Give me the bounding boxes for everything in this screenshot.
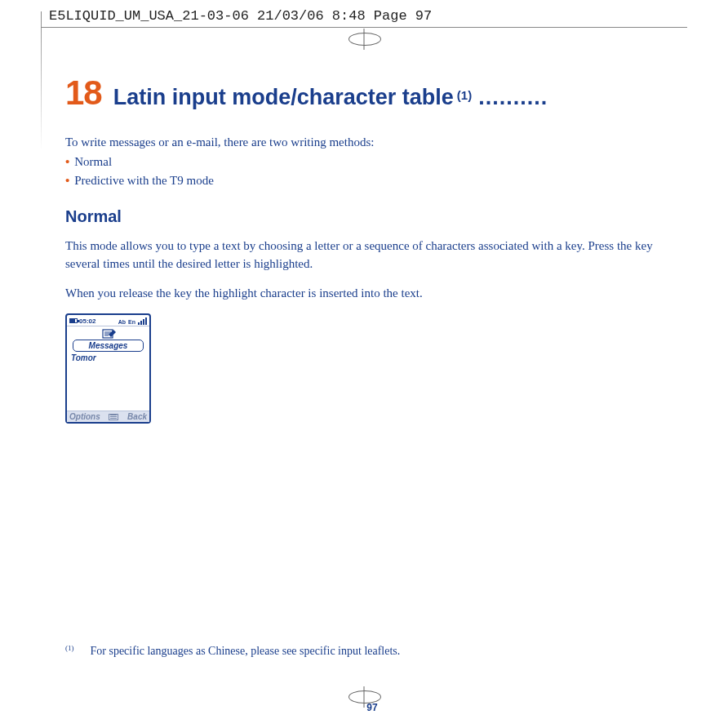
- intro-text: To write messages or an e-mail, there ar…: [65, 134, 679, 151]
- chapter-dots: ..........: [478, 85, 548, 109]
- paragraph: When you release the key the highlight c…: [65, 285, 679, 303]
- softkey-bar: Options Back: [67, 411, 149, 422]
- bullet-list: • Normal • Predictive with the T9 mode: [65, 153, 679, 189]
- bullet-text: Normal: [74, 153, 112, 171]
- frame-left-rule: [41, 11, 42, 150]
- bullet-text: Predictive with the T9 mode: [74, 171, 214, 190]
- page-content: 18 Latin input mode/character table (1) …: [65, 73, 679, 424]
- status-time: 05:02: [79, 317, 95, 325]
- chapter-sup: (1): [457, 88, 472, 102]
- input-mode-icon: Ab: [118, 319, 126, 325]
- phone-mockup: 05:02 Ab En Mes: [65, 313, 151, 424]
- chapter-title-wrap: Latin input mode/character table (1) ...…: [113, 85, 548, 110]
- bullet-dot-icon: •: [65, 153, 69, 171]
- paragraph: This mode allows you to type a text by c…: [65, 237, 679, 273]
- menu-icon: [109, 414, 118, 420]
- t9-icon: En: [128, 319, 135, 325]
- chapter-number: 18: [65, 73, 102, 113]
- list-item: • Predictive with the T9 mode: [65, 171, 679, 190]
- crop-mark-top: [353, 29, 375, 50]
- signal-icon: [138, 317, 147, 325]
- footnote-mark: (1): [65, 644, 74, 657]
- print-header: E5LIQUID_UM_USA_21-03-06 21/03/06 8:48 P…: [49, 8, 432, 24]
- softkey-right: Back: [127, 412, 147, 421]
- softkey-left: Options: [69, 412, 100, 421]
- typed-text: Tomor: [69, 353, 147, 362]
- phone-tab-label: Messages: [73, 340, 144, 352]
- battery-icon: [69, 318, 78, 323]
- phone-status-bar: 05:02 Ab En: [67, 315, 149, 326]
- footnote: (1) For specific languages as Chinese, p…: [65, 645, 679, 658]
- list-item: • Normal: [65, 153, 679, 171]
- section-heading: Normal: [65, 207, 679, 226]
- chapter-heading: 18 Latin input mode/character table (1) …: [65, 73, 679, 113]
- compose-icon: [102, 328, 115, 338]
- chapter-title: Latin input mode/character table: [113, 85, 454, 109]
- page-number: 97: [65, 702, 679, 713]
- footnote-text: For specific languages as Chinese, pleas…: [91, 645, 401, 658]
- bullet-dot-icon: •: [65, 171, 69, 190]
